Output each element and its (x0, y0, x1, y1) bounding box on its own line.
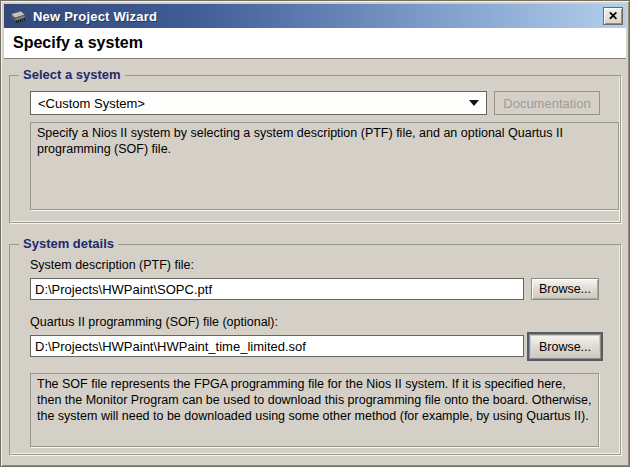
sof-file-label: Quartus II programming (SOF) file (optio… (30, 315, 278, 329)
close-icon: ✕ (608, 10, 618, 22)
close-button[interactable]: ✕ (603, 7, 623, 25)
page-title-bar: Specify a system (4, 28, 626, 59)
ptf-file-label: System description (PTF) file: (30, 258, 194, 272)
ptf-file-input[interactable] (30, 278, 524, 300)
system-select-dropdown[interactable]: <Custom System> (30, 91, 487, 115)
sof-browse-button-label: Browse... (539, 340, 591, 354)
chip-icon (9, 9, 27, 24)
system-details-group-label: System details (19, 236, 118, 252)
system-description-text: Specify a Nios II system by selecting a … (30, 122, 619, 210)
title-bar[interactable]: New Project Wizard ✕ (4, 4, 626, 28)
sof-browse-button[interactable]: Browse... (529, 334, 601, 359)
sof-description-text-content: The SOF file represents the FPGA program… (37, 376, 592, 424)
sof-description-text: The SOF file represents the FPGA program… (30, 373, 599, 447)
documentation-button[interactable]: Documentation (494, 91, 600, 115)
documentation-button-label: Documentation (503, 96, 590, 111)
sof-file-input[interactable] (30, 335, 524, 357)
system-description-text-content: Specify a Nios II system by selecting a … (37, 125, 577, 157)
page-title: Specify a system (13, 34, 143, 52)
ptf-browse-button[interactable]: Browse... (531, 278, 599, 300)
ptf-browse-button-label: Browse... (539, 282, 591, 296)
system-details-group: System details System description (PTF) … (9, 244, 621, 455)
new-project-wizard-dialog: New Project Wizard ✕ Specify a system Se… (0, 0, 630, 467)
chevron-down-icon (469, 100, 479, 106)
window-title: New Project Wizard (33, 9, 157, 24)
select-a-system-group-label: Select a system (19, 67, 125, 83)
system-select-value: <Custom System> (38, 96, 145, 111)
select-a-system-group: Select a system <Custom System> Document… (9, 75, 621, 223)
